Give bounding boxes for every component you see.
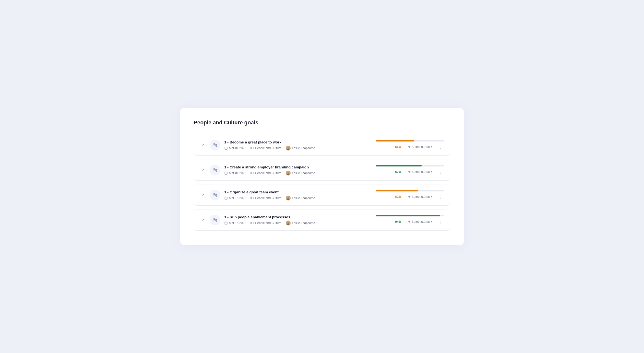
progress-pct-2: 67% [395,170,404,174]
svg-rect-24 [225,197,228,199]
progress-fill-1 [376,140,414,142]
goal-actions-2: 67% Select status ▾ ⋮ [395,168,444,175]
svg-rect-35 [225,222,228,224]
svg-point-9 [288,147,289,148]
goal-right-2: 67% Select status ▾ ⋮ [361,165,444,175]
progress-track-3 [376,190,444,192]
status-select-1[interactable]: Select status ▾ [407,144,434,150]
status-select-3[interactable]: Select status ▾ [407,194,434,200]
page-title: People and Culture goals [194,120,450,126]
goal-team-3: People and Culture [250,196,281,200]
svg-point-0 [214,144,215,145]
goal-expand-chevron-3[interactable] [200,192,206,198]
progress-track-2 [376,165,444,166]
status-chevron-3: ▾ [431,195,432,198]
progress-pct-3: 62% [395,195,404,198]
goal-icon-3 [210,190,220,200]
goal-team-1: People and Culture [250,146,281,150]
svg-point-34 [216,219,217,220]
svg-point-31 [288,197,289,198]
status-chevron-1: ▾ [431,146,432,148]
svg-point-22 [214,194,215,195]
goal-list: 1 - Become a great place to work Mar 01 … [194,135,450,230]
goal-title-1: 1 - Become a great place to work [224,140,357,144]
status-dot-2 [408,170,410,172]
goal-info-4: 1 - Run people enablement processes Mar … [224,215,357,226]
goal-card-1: 1 - Become a great place to work Mar 01 … [194,135,450,156]
goal-owner-1: Leslie Leapsome [286,146,315,150]
goal-card-2: 1 - Create a strong employer branding ca… [194,160,450,181]
goal-owner-3: Leslie Leapsome [286,196,315,200]
status-label-1: Select status [412,145,430,148]
status-select-4[interactable]: Select status ▾ [407,219,434,224]
goal-meta-2: Mar 01 2022 People and Culture [224,170,357,176]
goal-actions-1: 56% Select status ▾ ⋮ [395,143,444,150]
goal-owner-2: Leslie Leapsome [286,170,315,176]
goal-title-4: 1 - Run people enablement processes [224,215,357,219]
svg-point-11 [214,168,215,170]
owner-avatar-2 [286,170,291,176]
owner-avatar-3 [286,196,291,200]
more-options-3[interactable]: ⋮ [436,193,444,200]
more-options-2[interactable]: ⋮ [436,168,444,175]
status-dot-3 [408,196,410,198]
progress-pct-1: 56% [395,145,404,148]
status-chevron-2: ▾ [431,170,432,173]
svg-point-12 [216,170,217,170]
svg-rect-2 [225,147,228,149]
goal-right-3: 62% Select status ▾ ⋮ [361,190,444,200]
owner-avatar-4 [286,220,291,226]
goal-date-4: Mar 15 2022 [224,221,246,225]
progress-track-1 [376,140,444,142]
status-label-4: Select status [412,220,430,224]
status-select-2[interactable]: Select status ▾ [407,169,434,174]
svg-point-42 [288,222,289,223]
status-label-3: Select status [412,195,430,198]
progress-fill-2 [376,165,422,166]
progress-fill-4 [376,215,440,216]
goal-title-2: 1 - Create a strong employer branding ca… [224,165,357,169]
goal-card-4: 1 - Run people enablement processes Mar … [194,210,450,230]
svg-rect-13 [225,172,228,174]
goal-actions-4: 94% Select status ▾ ⋮ [395,218,444,225]
svg-point-10 [287,148,290,150]
progress-fill-3 [376,190,418,192]
status-label-2: Select status [412,170,430,174]
goal-right-1: 56% Select status ▾ ⋮ [361,140,444,150]
goal-meta-3: Mar 15 2022 People and Culture [224,196,357,200]
owner-avatar-1 [286,146,291,150]
goal-info-1: 1 - Become a great place to work Mar 01 … [224,140,357,150]
goal-expand-chevron-1[interactable] [200,142,206,148]
status-dot-4 [408,220,410,222]
goal-expand-chevron-2[interactable] [200,167,206,174]
goal-expand-chevron-4[interactable] [200,217,206,224]
goal-card-3: 1 - Organize a great team event Mar 15 2… [194,184,450,206]
goal-date-2: Mar 01 2022 [224,171,246,175]
goal-team-4: People and Culture [250,221,281,225]
svg-point-43 [287,223,290,225]
goal-meta-4: Mar 15 2022 People and Culture [224,220,357,226]
svg-point-23 [216,194,217,196]
goal-date-1: Mar 01 2022 [224,146,246,150]
goal-team-2: People and Culture [250,171,281,175]
goal-owner-4: Leslie Leapsome [286,220,315,226]
goal-icon-1 [210,140,220,150]
main-card: People and Culture goals 1 - B [180,108,464,245]
progress-pct-4: 94% [395,220,404,224]
goal-actions-3: 62% Select status ▾ ⋮ [395,193,444,200]
progress-track-4 [376,215,444,216]
svg-point-32 [287,198,290,200]
more-options-1[interactable]: ⋮ [436,143,444,150]
goal-icon-4 [210,215,220,226]
goal-info-2: 1 - Create a strong employer branding ca… [224,165,357,176]
svg-point-33 [214,218,215,220]
svg-point-21 [287,173,290,175]
more-options-4[interactable]: ⋮ [436,218,444,225]
status-dot-1 [408,146,410,148]
svg-point-1 [216,144,217,146]
status-chevron-4: ▾ [431,220,432,223]
goal-info-3: 1 - Organize a great team event Mar 15 2… [224,190,357,200]
goal-title-3: 1 - Organize a great team event [224,190,357,194]
goal-right-4: 94% Select status ▾ ⋮ [361,215,444,225]
goal-icon-2 [210,165,220,176]
